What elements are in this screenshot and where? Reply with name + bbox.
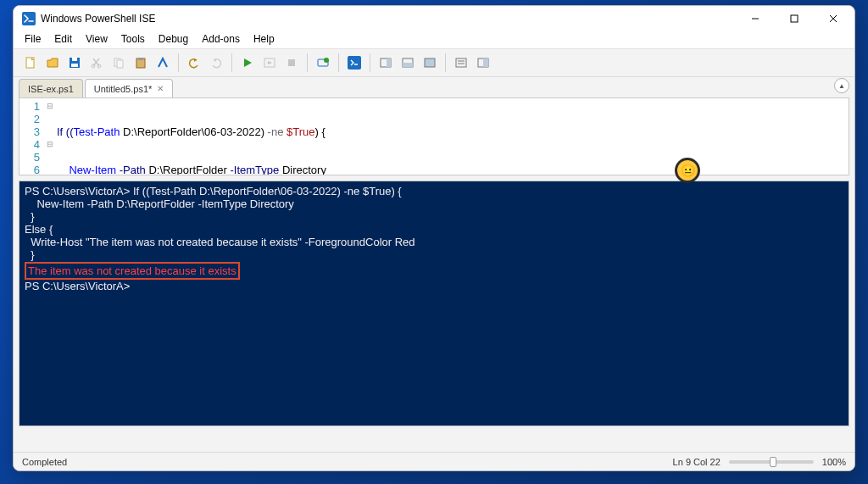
emoji-overlay: 😐 <box>675 158 700 183</box>
tab-untitled5[interactable]: Untitled5.ps1*✕ <box>85 79 174 97</box>
separator <box>445 53 446 72</box>
menu-edit[interactable]: Edit <box>47 31 79 48</box>
zoom-thumb[interactable] <box>770 457 776 467</box>
run-script-icon[interactable] <box>237 53 258 73</box>
tab-ise-ex[interactable]: ISE-ex.ps1 <box>19 79 83 97</box>
svg-rect-24 <box>425 58 435 67</box>
zoom-level: 100% <box>822 457 846 467</box>
window-controls <box>736 6 853 31</box>
powershell-tab-icon[interactable] <box>344 53 364 73</box>
svg-rect-19 <box>348 56 361 70</box>
svg-rect-2 <box>791 15 798 22</box>
statusbar: Completed Ln 9 Col 22 100% <box>14 452 854 470</box>
save-icon[interactable] <box>64 53 85 73</box>
separator <box>370 53 370 72</box>
svg-point-18 <box>324 58 329 63</box>
close-button[interactable] <box>814 6 853 31</box>
close-tab-icon[interactable]: ✕ <box>157 84 164 93</box>
window-title: Windows PowerShell ISE <box>41 13 736 25</box>
menubar: File Edit View Tools Debug Add-ons Help <box>14 31 854 48</box>
svg-rect-14 <box>138 58 143 60</box>
code-editor[interactable]: If ((Test-Path D:\ReportFolder\06-03-202… <box>55 98 849 175</box>
svg-rect-23 <box>403 63 413 67</box>
menu-addons[interactable]: Add-ons <box>195 31 247 48</box>
svg-rect-12 <box>117 60 123 68</box>
menu-file[interactable]: File <box>18 31 47 48</box>
status-text: Completed <box>22 457 67 467</box>
maximize-button[interactable] <box>775 6 814 31</box>
app-window: Windows PowerShell ISE File Edit View To… <box>13 5 855 471</box>
cursor-position: Ln 9 Col 22 <box>673 457 721 467</box>
app-icon <box>22 12 36 25</box>
menu-help[interactable]: Help <box>247 31 281 48</box>
separator <box>338 53 339 72</box>
svg-rect-25 <box>456 58 466 67</box>
svg-rect-8 <box>72 58 77 61</box>
separator <box>178 53 179 72</box>
minimize-button[interactable] <box>736 6 775 31</box>
titlebar: Windows PowerShell ISE <box>14 6 854 31</box>
show-command-icon[interactable] <box>451 53 471 73</box>
show-command-addon-icon[interactable] <box>473 53 493 73</box>
console-line: Write-Host "The item was not created bec… <box>25 236 843 248</box>
paste-icon[interactable] <box>131 53 151 73</box>
new-remote-tab-icon[interactable] <box>313 53 333 73</box>
svg-rect-21 <box>387 58 391 67</box>
tab-label: Untitled5.ps1* <box>94 84 153 94</box>
clear-icon[interactable] <box>153 53 173 73</box>
new-file-icon[interactable] <box>20 53 41 73</box>
svg-rect-16 <box>288 59 295 66</box>
console-line: } <box>25 210 843 223</box>
layout-max-icon[interactable] <box>420 53 440 73</box>
separator <box>307 53 308 72</box>
layout-right-icon[interactable] <box>376 53 396 73</box>
cut-icon[interactable] <box>86 53 107 73</box>
line-gutter: 1 2 3 4 5 6 <box>19 98 45 175</box>
menu-debug[interactable]: Debug <box>152 31 195 48</box>
highlighted-output: The item was not created because it exis… <box>25 262 240 280</box>
stop-icon[interactable] <box>281 53 302 73</box>
collapse-script-icon[interactable]: ▲ <box>834 78 849 93</box>
zoom-slider[interactable] <box>729 460 814 464</box>
console-pane[interactable]: PS C:\Users\VictorA> If ((Test-Path D:\R… <box>19 181 849 426</box>
copy-icon[interactable] <box>108 53 129 73</box>
console-line: New-Item -Path D:\ReportFolder -ItemType… <box>25 197 843 210</box>
console-line: Else { <box>25 223 843 236</box>
separator <box>231 53 232 72</box>
toolbar <box>14 48 854 77</box>
run-selection-icon[interactable] <box>259 53 280 73</box>
menu-view[interactable]: View <box>79 31 114 48</box>
svg-rect-29 <box>483 58 488 67</box>
tab-label: ISE-ex.ps1 <box>28 84 74 94</box>
console-line: PS C:\Users\VictorA> If ((Test-Path D:\R… <box>25 185 843 197</box>
console-prompt[interactable]: PS C:\Users\VictorA> <box>25 280 843 292</box>
menu-tools[interactable]: Tools <box>114 31 152 48</box>
tabstrip: ISE-ex.ps1 Untitled5.ps1*✕ ▲ <box>14 77 854 97</box>
svg-rect-7 <box>71 64 78 67</box>
script-pane[interactable]: 1 2 3 4 5 6 ⊟⊟ If ((Test-Path D:\ReportF… <box>19 97 849 175</box>
open-file-icon[interactable] <box>42 53 63 73</box>
console-line: } <box>25 248 843 261</box>
console-output: The item was not created because it exis… <box>28 264 236 277</box>
redo-icon[interactable] <box>206 53 226 73</box>
fold-column[interactable]: ⊟⊟ <box>45 98 55 175</box>
undo-icon[interactable] <box>184 53 204 73</box>
layout-bottom-icon[interactable] <box>398 53 418 73</box>
